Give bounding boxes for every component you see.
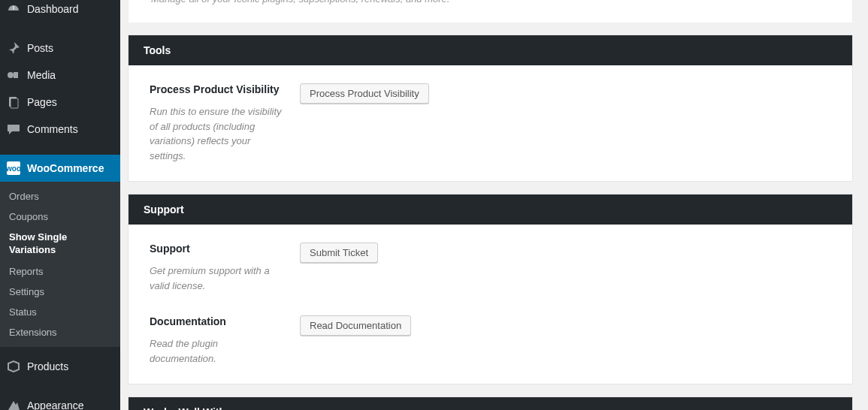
pin-icon — [6, 41, 21, 56]
sidebar-item-appearance[interactable]: Appearance — [0, 392, 120, 410]
sidebar-item-dashboard[interactable]: Dashboard — [0, 0, 120, 23]
works-well-panel: Works Well With... — [128, 396, 853, 410]
svg-rect-0 — [13, 6, 14, 10]
process-product-visibility-button[interactable]: Process Product Visibility — [300, 83, 429, 104]
field-title: Documentation — [150, 315, 285, 327]
svg-rect-3 — [11, 98, 18, 108]
process-visibility-row: Process Product Visibility Run this to e… — [150, 83, 831, 163]
main-content: Manage all of your Iconic plugins, supsc… — [120, 0, 868, 410]
svg-point-1 — [8, 72, 14, 78]
sidebar-item-label: Products — [27, 360, 68, 372]
submenu-item-show-single-variations[interactable]: Show Single Variations — [0, 227, 120, 261]
submit-ticket-button[interactable]: Submit Ticket — [300, 243, 378, 263]
admin-sidebar: Dashboard Posts Media Pages Commen — [0, 0, 120, 410]
sidebar-item-label: Comments — [27, 123, 78, 135]
woocommerce-submenu: Orders Coupons Show Single Variations Re… — [0, 182, 120, 347]
sidebar-item-media[interactable]: Media — [0, 62, 120, 89]
intro-description: Manage all of your Iconic plugins, supsc… — [128, 0, 853, 23]
sidebar-item-label: Dashboard — [27, 3, 79, 15]
submenu-item-extensions[interactable]: Extensions — [0, 322, 120, 342]
submenu-item-reports[interactable]: Reports — [0, 261, 120, 282]
field-desc: Read the plugin documentation. — [150, 338, 218, 364]
sidebar-item-woocommerce[interactable]: woo WooCommerce — [0, 155, 120, 182]
pages-icon — [6, 95, 21, 110]
submenu-item-coupons[interactable]: Coupons — [0, 207, 120, 227]
field-desc: Run this to ensure the visibility of all… — [150, 106, 282, 161]
documentation-row: Documentation Read the plugin documentat… — [150, 315, 831, 366]
sidebar-item-label: Posts — [27, 42, 53, 54]
sidebar-item-products[interactable]: Products — [0, 353, 120, 380]
tools-panel: Tools Process Product Visibility Run thi… — [128, 35, 853, 182]
field-title: Process Product Visibility — [150, 83, 285, 95]
products-icon — [6, 359, 21, 374]
support-row: Support Get premium support with a valid… — [150, 243, 831, 293]
support-panel: Support Support Get premium support with… — [128, 194, 853, 384]
submenu-item-status[interactable]: Status — [0, 302, 120, 322]
sidebar-item-label: WooCommerce — [27, 162, 104, 174]
media-icon — [6, 68, 21, 83]
submenu-item-orders[interactable]: Orders — [0, 186, 120, 207]
sidebar-item-label: Media — [27, 69, 56, 81]
sidebar-item-posts[interactable]: Posts — [0, 35, 120, 62]
dashboard-icon — [6, 2, 21, 17]
submenu-item-settings[interactable]: Settings — [0, 282, 120, 302]
appearance-icon — [6, 398, 21, 410]
sidebar-item-pages[interactable]: Pages — [0, 89, 120, 116]
comment-icon — [6, 122, 21, 137]
sidebar-item-comments[interactable]: Comments — [0, 116, 120, 143]
sidebar-item-label: Appearance — [27, 399, 84, 410]
works-well-panel-header: Works Well With... — [129, 397, 852, 410]
read-documentation-button[interactable]: Read Documentation — [300, 315, 411, 336]
tools-panel-header: Tools — [129, 35, 852, 65]
woo-icon: woo — [6, 161, 21, 176]
support-panel-header: Support — [129, 194, 852, 225]
field-desc: Get premium support with a valid license… — [150, 265, 270, 291]
field-title: Support — [150, 243, 285, 255]
sidebar-item-label: Pages — [27, 96, 57, 108]
